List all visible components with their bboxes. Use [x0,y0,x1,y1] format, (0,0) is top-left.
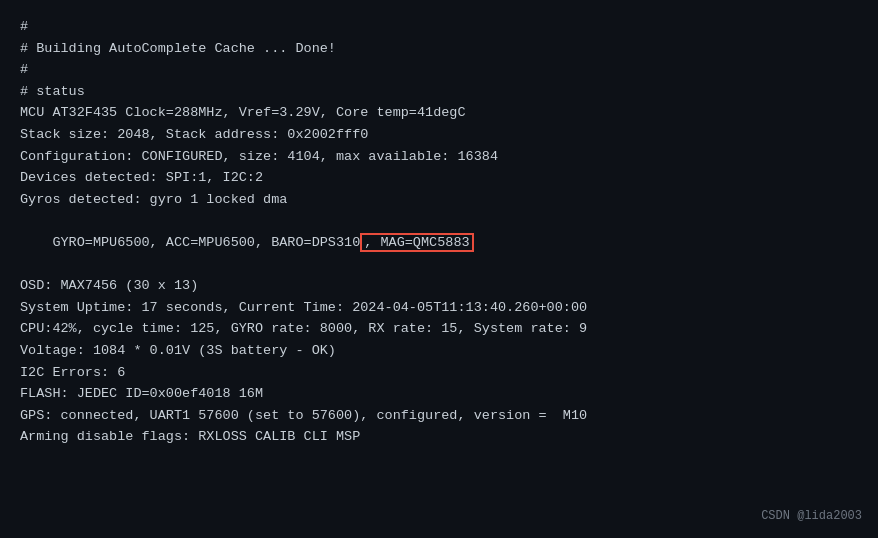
terminal-line-11: OSD: MAX7456 (30 x 13) [20,275,858,297]
terminal-line-10: GYRO=MPU6500, ACC=MPU6500, BARO=DPS310, … [20,210,858,275]
terminal-line-9: Gyros detected: gyro 1 locked dma [20,189,858,211]
watermark: CSDN @lida2003 [761,507,862,526]
terminal-line-3: # [20,59,858,81]
terminal-line-18: Arming disable flags: RXLOSS CALIB CLI M… [20,426,858,448]
terminal-line-10-pre: GYRO=MPU6500, ACC=MPU6500, BARO=DPS310 [52,235,360,250]
terminal-line-1: # [20,16,858,38]
terminal-line-17: GPS: connected, UART1 57600 (set to 5760… [20,405,858,427]
terminal-line-7: Configuration: CONFIGURED, size: 4104, m… [20,146,858,168]
terminal-line-16: FLASH: JEDEC ID=0x00ef4018 16M [20,383,858,405]
terminal-highlight-mag: , MAG=QMC5883 [360,233,473,252]
terminal-line-4: # status [20,81,858,103]
terminal-line-13: CPU:42%, cycle time: 125, GYRO rate: 800… [20,318,858,340]
terminal-line-15: I2C Errors: 6 [20,362,858,384]
terminal-window: # # Building AutoComplete Cache ... Done… [0,0,878,538]
terminal-line-5: MCU AT32F435 Clock=288MHz, Vref=3.29V, C… [20,102,858,124]
terminal-line-14: Voltage: 1084 * 0.01V (3S battery - OK) [20,340,858,362]
terminal-line-8: Devices detected: SPI:1, I2C:2 [20,167,858,189]
terminal-line-6: Stack size: 2048, Stack address: 0x2002f… [20,124,858,146]
terminal-line-12: System Uptime: 17 seconds, Current Time:… [20,297,858,319]
terminal-line-2: # Building AutoComplete Cache ... Done! [20,38,858,60]
